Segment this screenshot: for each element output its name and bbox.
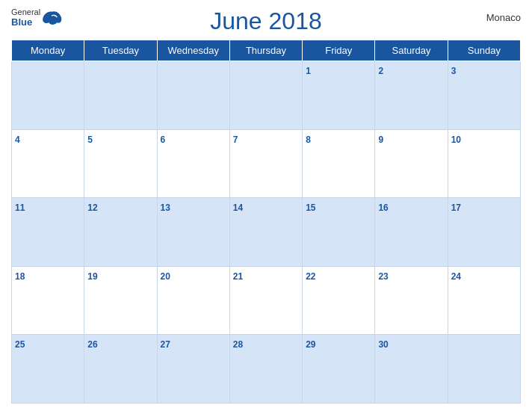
day-number: 26 bbox=[87, 339, 97, 350]
logo-blue-text: Blue bbox=[11, 16, 40, 28]
day-number: 5 bbox=[87, 135, 93, 145]
calendar-day-cell: 23 bbox=[375, 266, 448, 335]
calendar-day-cell: 18 bbox=[12, 266, 84, 335]
month-title: June 2018 bbox=[210, 7, 321, 35]
day-number: 9 bbox=[378, 135, 383, 145]
calendar-day-cell: 30 bbox=[375, 335, 448, 404]
calendar-day-cell: 15 bbox=[303, 198, 375, 267]
logo-bird-icon bbox=[42, 10, 63, 25]
calendar-header: General Blue June 2018 Monaco bbox=[11, 7, 521, 35]
calendar-day-cell: 21 bbox=[229, 266, 302, 335]
country-label: Monaco bbox=[486, 12, 521, 23]
day-number: 24 bbox=[451, 271, 461, 282]
day-number: 8 bbox=[306, 135, 311, 145]
calendar-day-cell: 7 bbox=[229, 129, 302, 198]
calendar-day-cell: 5 bbox=[84, 129, 157, 198]
day-number: 30 bbox=[378, 339, 388, 350]
calendar-day-cell: 6 bbox=[157, 129, 229, 198]
calendar-week-row: 45678910 bbox=[12, 129, 521, 198]
calendar-day-cell bbox=[157, 61, 229, 130]
logo-text: General Blue bbox=[11, 7, 40, 28]
calendar-day-cell: 19 bbox=[84, 266, 157, 335]
calendar-day-cell: 28 bbox=[229, 335, 302, 404]
calendar-week-row: 252627282930 bbox=[12, 335, 521, 404]
col-friday: Friday bbox=[303, 40, 375, 61]
calendar-day-cell: 24 bbox=[448, 266, 520, 335]
calendar-week-row: 123 bbox=[12, 61, 521, 130]
day-number: 23 bbox=[378, 271, 388, 282]
day-number: 14 bbox=[233, 203, 243, 213]
calendar-day-cell: 16 bbox=[375, 198, 448, 267]
day-number: 15 bbox=[306, 203, 315, 213]
day-number: 7 bbox=[233, 135, 238, 145]
calendar-day-cell bbox=[12, 61, 84, 130]
col-saturday: Saturday bbox=[375, 40, 448, 61]
day-number: 12 bbox=[87, 203, 97, 213]
day-number: 25 bbox=[15, 339, 25, 350]
calendar-day-cell: 25 bbox=[12, 335, 84, 404]
calendar-day-cell: 4 bbox=[12, 129, 84, 198]
calendar-day-cell: 29 bbox=[303, 335, 375, 404]
day-number: 2 bbox=[378, 66, 383, 76]
calendar-table: Monday Tuesday Wednesday Thursday Friday… bbox=[11, 40, 521, 404]
col-tuesday: Tuesday bbox=[84, 40, 157, 61]
col-thursday: Thursday bbox=[229, 40, 302, 61]
calendar-day-cell: 3 bbox=[448, 61, 520, 130]
calendar-week-row: 18192021222324 bbox=[12, 266, 521, 335]
day-number: 29 bbox=[306, 339, 315, 350]
calendar-day-cell: 12 bbox=[84, 198, 157, 267]
day-number: 27 bbox=[161, 339, 170, 350]
col-wednesday: Wednesday bbox=[157, 40, 229, 61]
day-number: 20 bbox=[161, 271, 170, 282]
day-number: 22 bbox=[306, 271, 315, 282]
calendar-day-cell: 26 bbox=[84, 335, 157, 404]
logo: General Blue bbox=[11, 7, 63, 28]
calendar-day-cell: 11 bbox=[12, 198, 84, 267]
calendar-day-cell: 17 bbox=[448, 198, 520, 267]
day-number: 6 bbox=[161, 135, 166, 145]
day-number: 19 bbox=[87, 271, 97, 282]
calendar-day-cell: 27 bbox=[157, 335, 229, 404]
day-number: 17 bbox=[451, 203, 461, 213]
day-number: 28 bbox=[233, 339, 243, 350]
calendar-day-cell: 10 bbox=[448, 129, 520, 198]
calendar-day-cell: 20 bbox=[157, 266, 229, 335]
calendar-day-cell bbox=[229, 61, 302, 130]
calendar-day-cell: 1 bbox=[303, 61, 375, 130]
calendar-day-cell: 9 bbox=[375, 129, 448, 198]
day-number: 16 bbox=[378, 203, 388, 213]
day-number: 13 bbox=[161, 203, 170, 213]
calendar-day-cell bbox=[448, 335, 520, 404]
logo-general-text: General bbox=[11, 7, 40, 16]
calendar-day-cell: 13 bbox=[157, 198, 229, 267]
weekday-header-row: Monday Tuesday Wednesday Thursday Friday… bbox=[12, 40, 521, 61]
calendar-day-cell bbox=[84, 61, 157, 130]
col-monday: Monday bbox=[12, 40, 84, 61]
day-number: 4 bbox=[15, 135, 20, 145]
calendar-day-cell: 14 bbox=[229, 198, 302, 267]
calendar-day-cell: 22 bbox=[303, 266, 375, 335]
calendar-week-row: 11121314151617 bbox=[12, 198, 521, 267]
day-number: 10 bbox=[451, 135, 461, 145]
day-number: 11 bbox=[15, 203, 25, 213]
calendar-day-cell: 8 bbox=[303, 129, 375, 198]
day-number: 1 bbox=[306, 66, 311, 76]
day-number: 18 bbox=[15, 271, 25, 282]
day-number: 21 bbox=[233, 271, 243, 282]
col-sunday: Sunday bbox=[448, 40, 520, 61]
calendar-day-cell: 2 bbox=[375, 61, 448, 130]
day-number: 3 bbox=[451, 66, 457, 76]
